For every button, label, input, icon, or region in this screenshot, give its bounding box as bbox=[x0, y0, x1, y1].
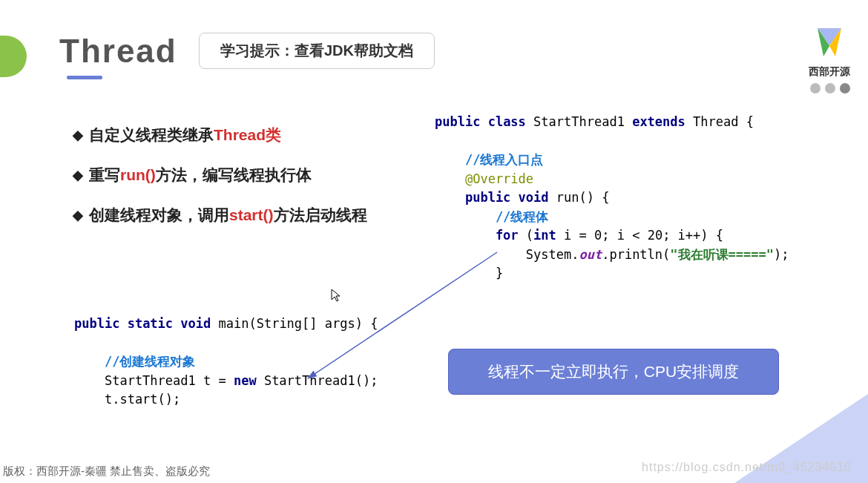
cursor-icon bbox=[330, 288, 342, 306]
callout-box: 线程不一定立即执行，CPU安排调度 bbox=[448, 349, 779, 395]
decoration-dots bbox=[810, 83, 850, 93]
bullet-list: 自定义线程类继承Thread类 重写run()方法，编写线程执行体 创建线程对象… bbox=[73, 125, 367, 245]
brand-logo: 西部开源 bbox=[809, 24, 850, 79]
bullet-2: 重写run()方法，编写线程执行体 bbox=[73, 165, 367, 185]
title-underline bbox=[67, 76, 102, 79]
bullet-3: 创建线程对象，调用start()方法启动线程 bbox=[73, 205, 367, 226]
page-title: Thread bbox=[59, 33, 177, 70]
hint-box: 学习提示：查看JDK帮助文档 bbox=[199, 33, 435, 69]
logo-text: 西部开源 bbox=[809, 65, 850, 79]
code-block-bottom: public static void main(String[] args) {… bbox=[74, 315, 378, 410]
bullet-1: 自定义线程类继承Thread类 bbox=[73, 125, 367, 145]
logo-icon bbox=[812, 24, 847, 59]
watermark-text: https://blog.csdn.net/m0_45234510 bbox=[642, 461, 852, 474]
code-block-top: public class StartThread1 extends Thread… bbox=[435, 113, 789, 283]
footer-text: 版权：西部开源-秦疆 禁止售卖、盗版必究 bbox=[3, 464, 210, 479]
accent-tab bbox=[0, 36, 27, 77]
